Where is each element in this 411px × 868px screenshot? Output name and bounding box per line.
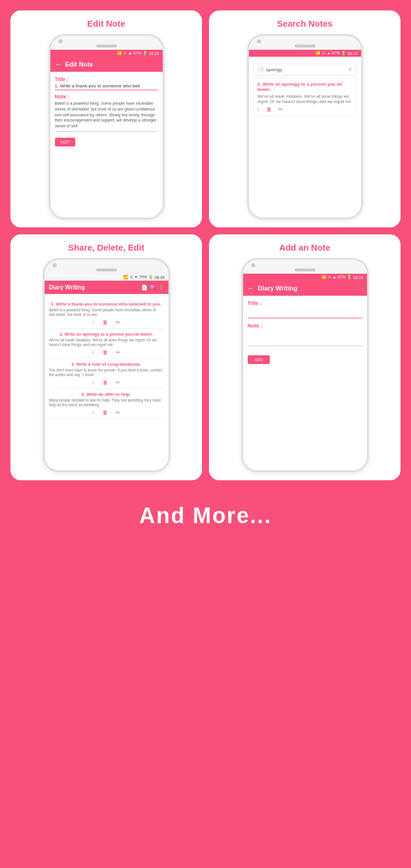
note-1-actions: ‹ 🗑 ✏ <box>49 319 164 325</box>
camera-dot <box>58 39 63 43</box>
phone-top-left <box>50 36 163 50</box>
back-arrow-icon-2[interactable]: ← <box>248 284 255 292</box>
edit-icon-1[interactable]: ✏ <box>116 319 120 325</box>
status-bar-left: 📶 ⊙ ▲ 97% 🔋 19:15 <box>50 50 163 57</box>
share-icon[interactable]: ‹ <box>258 106 259 112</box>
note-2-title: 2. Write an apology to a person you let … <box>49 332 164 337</box>
add-note-body: Title : Note : ADD <box>243 296 367 470</box>
note-3-body: You don't even have to know the person. … <box>49 368 164 378</box>
search-bar[interactable]: 📄 apology ✕ <box>254 64 357 75</box>
note-2-actions: ‹ 🗑 ✏ <box>49 350 164 355</box>
status-icons-4: 📶 ⊙ ▲ 97% 🔋 <box>321 275 352 279</box>
file-icon: 📄 <box>258 67 264 72</box>
status-time-4: 19:15 <box>353 275 364 279</box>
phone-top-bl <box>45 260 168 274</box>
edit-note-card: Edit Note 📶 ⊙ ▲ 97% 🔋 19:15 ← Edit Note … <box>10 10 202 227</box>
share-delete-edit-card: Share, Delete, Edit 📶 ⊙ ✦ 76% 🔋 08:09 Di… <box>10 234 202 480</box>
delete-icon-3[interactable]: 🗑 <box>102 380 108 385</box>
phone-top-right <box>249 36 361 50</box>
share-icon-2[interactable]: ‹ <box>93 350 94 355</box>
note-item-1: 1. Write a thank-you to someone who beli… <box>49 299 164 329</box>
diary-file-icon[interactable]: 📄 <box>141 285 148 290</box>
status-time-2: 19:19 <box>347 52 358 56</box>
diary-header-bl: Diary Writing 📄 🔍 ⋮ <box>45 281 168 294</box>
add-note-textarea[interactable] <box>248 330 362 346</box>
note-3-title: 3. Write a note of congratulations. <box>49 362 164 367</box>
title-label: Title : <box>55 76 158 82</box>
add-note-title: Add an Note <box>279 242 330 252</box>
result-body: We've all made mistakes. We've all done … <box>258 94 353 104</box>
add-note-card: Add an Note 📶 ⊙ ▲ 97% 🔋 19:15 ← Diary Wr… <box>209 234 401 480</box>
edit-icon-4[interactable]: ✏ <box>116 410 120 415</box>
camera-dot-3 <box>53 263 57 267</box>
add-title-label: Title : <box>248 300 362 306</box>
search-notes-body: 📄 apology ✕ 2. Write an apology to a per… <box>249 57 361 218</box>
note-1-title: 1. Write a thank-you to someone who beli… <box>49 301 164 307</box>
diary-menu-icon[interactable]: ⋮ <box>159 285 164 290</box>
delete-icon-4[interactable]: 🗑 <box>102 410 108 415</box>
note-4-title: 4. Write an offer to help. <box>49 392 164 397</box>
add-note-appbar: ← Diary Writing <box>243 281 367 296</box>
status-bar-br: 📶 ⊙ ▲ 97% 🔋 19:15 <box>243 274 367 281</box>
camera-dot-4 <box>251 263 255 267</box>
search-input-value[interactable]: apology <box>266 67 346 72</box>
speaker-bar-4 <box>295 269 315 271</box>
status-bar-right: 📶 ⊙ ▲ 97% 🔋 19:19 <box>249 50 361 57</box>
search-result-card: 2. Write an apology to a person you let … <box>254 78 357 116</box>
delete-icon[interactable]: 🗑 <box>266 106 271 112</box>
share-icon-4[interactable]: ‹ <box>93 410 94 415</box>
diary-header-icons: 📄 🔍 ⋮ <box>141 285 164 290</box>
edit-note-appbar: ← Edit Note <box>50 57 163 72</box>
note-2-body: We've all made mistakes. We've all done … <box>49 338 164 348</box>
note-label: Note : <box>55 94 158 100</box>
result-actions: ‹ 🗑 ✏ <box>258 106 353 112</box>
add-note-phone: 📶 ⊙ ▲ 97% 🔋 19:15 ← Diary Writing Title … <box>241 258 369 472</box>
edit-button[interactable]: EDIT <box>55 138 76 146</box>
edit-note-title: Edit Note <box>87 19 126 28</box>
share-delete-edit-title: Share, Delete, Edit <box>68 242 145 252</box>
result-title: 2. Write an apology to a person you let … <box>258 82 353 92</box>
delete-icon-2[interactable]: 🗑 <box>102 350 108 355</box>
edit-icon[interactable]: ✏ <box>278 106 283 112</box>
add-note-label: Note : <box>248 323 362 329</box>
diary-search-icon[interactable]: 🔍 <box>150 285 156 290</box>
note-3-actions: ‹ 🗑 ✏ <box>49 380 164 385</box>
back-arrow-icon[interactable]: ← <box>55 60 62 68</box>
diary-title-bl: Diary Writing <box>49 284 85 290</box>
search-notes-card: Search Notes 📶 ⊙ ▲ 97% 🔋 19:19 📄 apology… <box>209 10 401 227</box>
edit-icon-2[interactable]: ✏ <box>116 350 120 355</box>
edit-note-body: Title : 1. Write a thank-you to someone … <box>50 72 163 218</box>
and-more-text: And More... <box>140 480 272 546</box>
search-notes-title: Search Notes <box>277 19 333 28</box>
bottom-grid: Share, Delete, Edit 📶 ⊙ ✦ 76% 🔋 08:09 Di… <box>0 227 411 480</box>
edit-note-phone: 📶 ⊙ ▲ 97% 🔋 19:15 ← Edit Note Title : 1.… <box>49 34 164 219</box>
status-icons-3: 📶 ⊙ ✦ 76% 🔋 <box>123 275 153 279</box>
edit-note-appbar-title: Edit Note <box>65 61 93 68</box>
status-icons: 📶 ⊙ ▲ 97% 🔋 <box>117 51 148 56</box>
share-icon-1[interactable]: ‹ <box>93 319 94 325</box>
add-note-appbar-title: Diary Writing <box>258 285 298 292</box>
speaker-bar <box>96 45 117 47</box>
status-time-3: 08:09 <box>155 275 165 279</box>
title-value: 1. Write a thank-you to someone who beli <box>55 83 158 90</box>
note-4-body: Many people hesitate to ask for help. Th… <box>49 398 164 408</box>
note-item-3: 3. Write a note of congratulations. You … <box>49 359 164 389</box>
note-item-2: 2. Write an apology to a person you let … <box>49 329 164 359</box>
add-button[interactable]: ADD <box>248 355 270 364</box>
add-title-input[interactable] <box>248 310 362 318</box>
top-grid: Edit Note 📶 ⊙ ▲ 97% 🔋 19:15 ← Edit Note … <box>0 0 411 227</box>
diary-notes-list: 1. Write a thank-you to someone who beli… <box>45 294 168 470</box>
delete-icon-1[interactable]: 🗑 <box>102 319 108 325</box>
speaker-bar-3 <box>96 269 117 271</box>
share-delete-edit-phone: 📶 ⊙ ✦ 76% 🔋 08:09 Diary Writing 📄 🔍 ⋮ 1.… <box>43 258 170 472</box>
edit-icon-3[interactable]: ✏ <box>116 380 120 385</box>
camera-dot-2 <box>257 39 261 43</box>
status-bar-bl: 📶 ⊙ ✦ 76% 🔋 08:09 <box>45 274 168 281</box>
status-time: 19:15 <box>149 52 159 56</box>
status-icons-2: 📶 ⊙ ▲ 97% 🔋 <box>315 51 346 56</box>
share-icon-3[interactable]: ‹ <box>93 380 94 385</box>
speaker-bar-2 <box>295 45 315 47</box>
close-icon[interactable]: ✕ <box>348 67 353 72</box>
note-1-body: Belief is a powerful thing. Some people … <box>49 308 164 318</box>
note-4-actions: ‹ 🗑 ✏ <box>49 410 164 415</box>
